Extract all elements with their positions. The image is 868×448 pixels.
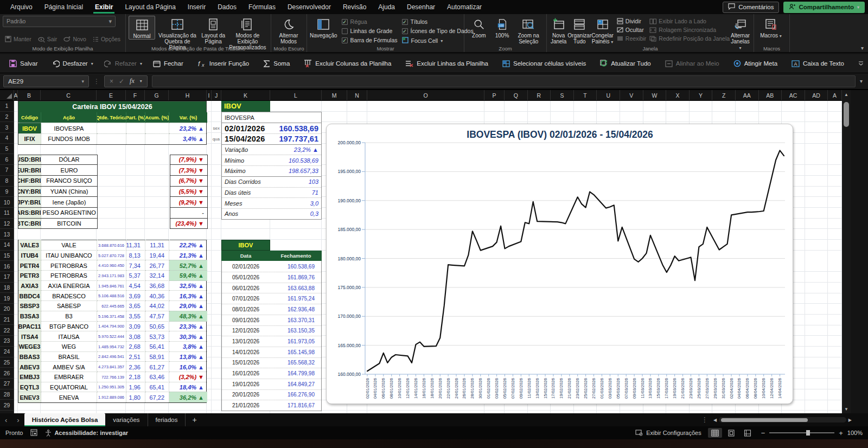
- ribbon-checkbox[interactable]: ✓ Títulos: [402, 18, 474, 25]
- row-header-25[interactable]: 25: [0, 357, 14, 368]
- ribbon-tab[interactable]: Layout da Página: [119, 0, 181, 14]
- history-row[interactable]: 08/01/2026 162.936,48: [222, 304, 321, 315]
- formula-input[interactable]: [152, 75, 856, 87]
- index-row[interactable]: IBOV IBOVESPA 23,2% ▲: [18, 123, 206, 133]
- horizontal-scroll-thumb[interactable]: [721, 418, 808, 422]
- qat-button[interactable]: Atingir Meta: [729, 57, 786, 69]
- row-header-4[interactable]: 4: [0, 133, 14, 144]
- history-row[interactable]: 09/01/2026 163.370,31: [222, 315, 321, 325]
- macros-button[interactable]: Macros ▾: [757, 16, 785, 39]
- column-header-Z[interactable]: Z: [712, 90, 736, 101]
- scroll-up-icon[interactable]: ▲: [842, 90, 851, 99]
- history-row[interactable]: 05/01/2026 161.869,76: [222, 272, 321, 283]
- page-layout-view-toggle[interactable]: [724, 428, 738, 438]
- navigation-button[interactable]: Navegação: [310, 16, 337, 39]
- page-break-view-toggle[interactable]: [741, 428, 755, 438]
- add-sheet-button[interactable]: +: [186, 415, 203, 424]
- ribbon-checkbox[interactable]: ✓ Barra de Fórmulas: [342, 37, 398, 43]
- column-header-S[interactable]: S: [551, 90, 574, 101]
- stock-row[interactable]: B3SA3 B3 5.196.371.458 3,55 47,57 48,3% …: [18, 311, 206, 322]
- column-header-M[interactable]: M: [322, 90, 347, 101]
- column-header-H[interactable]: H: [169, 90, 207, 101]
- column-header-A[interactable]: A: [14, 90, 18, 101]
- ribbon-tab[interactable]: Automatizar: [441, 0, 488, 14]
- row-header-23[interactable]: 23: [0, 336, 14, 347]
- zoom-slider-thumb[interactable]: [806, 430, 810, 436]
- history-row[interactable]: 12/01/2026 163.150,35: [222, 325, 321, 336]
- column-header-J[interactable]: J: [212, 90, 221, 101]
- sheet-tab[interactable]: Histórico Ações Bolsa: [24, 413, 106, 426]
- row-headers[interactable]: 1234567891011121314151617181920212223242…: [0, 101, 14, 413]
- history-row[interactable]: 20/01/2026 166.276,90: [222, 389, 321, 400]
- accessibility-status[interactable]: Acessibilidade: investigar: [45, 430, 128, 437]
- column-header-C[interactable]: C: [41, 90, 97, 101]
- freeze-panes-button[interactable]: * Congelar Painéis ▾: [591, 16, 614, 45]
- column-header-P[interactable]: P: [484, 90, 505, 101]
- view-side-by-side-button[interactable]: Exibir Lado a Lado: [649, 18, 730, 24]
- horizontal-scrollbar[interactable]: ◀ ▶: [713, 417, 852, 423]
- row-header-8[interactable]: 8: [0, 176, 14, 187]
- unhide-button[interactable]: Reexibir: [617, 35, 647, 42]
- qat-button[interactable]: A Caixa de Texto: [787, 58, 852, 69]
- focus-cell-button[interactable]: Focus Cell ▾: [402, 37, 474, 44]
- row-header-13[interactable]: 13: [0, 229, 14, 240]
- stock-row[interactable]: ABEV3 AMBEV S/A 4.273.841.357 2,36 61,27…: [18, 361, 206, 372]
- zoom-slider[interactable]: [769, 432, 834, 433]
- reset-window-position-button[interactable]: Redefinir Posição da Janela: [649, 35, 730, 42]
- column-header-O[interactable]: O: [367, 90, 484, 101]
- history-row[interactable]: 07/01/2026 161.975,24: [222, 293, 321, 304]
- macro-record-icon[interactable]: [30, 429, 37, 437]
- column-header-N[interactable]: N: [347, 90, 367, 101]
- ribbon-tab[interactable]: Ajuda: [372, 0, 401, 14]
- dark-mode-toggle-button[interactable]: Alternar Modos: [274, 16, 303, 44]
- row-header-19[interactable]: 19: [0, 293, 14, 304]
- ribbon-tab[interactable]: Fórmulas: [242, 0, 282, 14]
- vertical-scroll-thumb[interactable]: [844, 102, 849, 127]
- qat-button[interactable]: [853, 58, 868, 69]
- column-headers[interactable]: ABCEFGHIJKLMNOPQRSTUVWXYZAAABACADA: [14, 90, 842, 101]
- stock-row[interactable]: EQTL3 EQUATORIAL 1.250.951.305 1,96 65,4…: [18, 382, 206, 393]
- enter-icon[interactable]: ✓: [119, 78, 124, 85]
- stock-row[interactable]: SBSP3 SABESP 622.445.665 3,65 44,02 29,0…: [18, 300, 206, 311]
- currency-row[interactable]: BTC:BRL BITCOIN (23,4%) ▼: [18, 219, 208, 229]
- next-sheet-icon[interactable]: ›: [12, 416, 24, 424]
- select-all-corner[interactable]: [0, 90, 14, 101]
- row-header-27[interactable]: 27: [0, 379, 14, 389]
- stock-row[interactable]: ITUB4 ITAU UNIBANCO 5.027.870.728 8,13 1…: [18, 250, 206, 261]
- sheet-tab[interactable]: feriados: [148, 413, 186, 426]
- stock-row[interactable]: EMBJ3 EMBRAER 722.766.139 2,18 63,46 (3,…: [18, 372, 206, 382]
- zoom-level[interactable]: 100%: [847, 430, 863, 436]
- prev-sheet-icon[interactable]: ‹: [0, 416, 12, 424]
- row-header-21[interactable]: 21: [0, 315, 14, 325]
- row-header-15[interactable]: 15: [0, 251, 14, 261]
- sheet-view-dropdown[interactable]: Padrão▾: [3, 16, 116, 27]
- currency-row[interactable]: ARS:BRL PESO ARGENTINO -: [18, 208, 208, 219]
- history-row[interactable]: 02/01/2026 160.538,69: [222, 261, 321, 272]
- row-header-2[interactable]: 2: [0, 112, 14, 123]
- zoom-button[interactable]: Zoom: [467, 16, 491, 39]
- column-header-U[interactable]: U: [597, 90, 620, 101]
- history-row[interactable]: 21/01/2026 171.816,67: [222, 400, 321, 411]
- ribbon-tab[interactable]: Exibir: [89, 0, 119, 14]
- ribbon-tab[interactable]: Dados: [212, 0, 242, 14]
- display-settings-button[interactable]: Exibir Configurações: [635, 430, 701, 436]
- row-header-14[interactable]: 14: [0, 240, 14, 251]
- row-header-7[interactable]: 7: [0, 165, 14, 176]
- ribbon-tab[interactable]: Página Inicial: [39, 0, 89, 14]
- synchronous-scrolling-button[interactable]: Rolagem Sincronizada: [649, 27, 730, 33]
- qat-button[interactable]: Soma: [258, 58, 298, 69]
- zoom-out-icon[interactable]: −: [761, 429, 765, 437]
- stock-row[interactable]: ITSA4 ITAUSA 5.970.522.444 3,08 53,73 30…: [18, 331, 206, 342]
- keep-button[interactable]: Manter: [3, 35, 34, 43]
- history-row[interactable]: 16/01/2026 164.799,98: [222, 368, 321, 379]
- history-row[interactable]: 13/01/2026 161.973,05: [222, 336, 321, 347]
- column-header-W[interactable]: W: [643, 90, 667, 101]
- row-header-17[interactable]: 17: [0, 272, 14, 283]
- ribbon-tab[interactable]: Desenvolvedor: [282, 0, 337, 14]
- ribbon-checkbox[interactable]: ✓ Ícones de Tipo de Dados: [402, 28, 474, 34]
- currency-row[interactable]: JPY:BRL Iene (Japão) (9,2%) ▼: [18, 197, 208, 208]
- column-header-AC[interactable]: AC: [782, 90, 805, 101]
- ribbon-tab[interactable]: Arquivo: [4, 0, 39, 14]
- scroll-down-icon[interactable]: ▼: [842, 405, 851, 413]
- index-row[interactable]: IFIX FUNDOS IMOB 3,4% ▲: [18, 133, 206, 144]
